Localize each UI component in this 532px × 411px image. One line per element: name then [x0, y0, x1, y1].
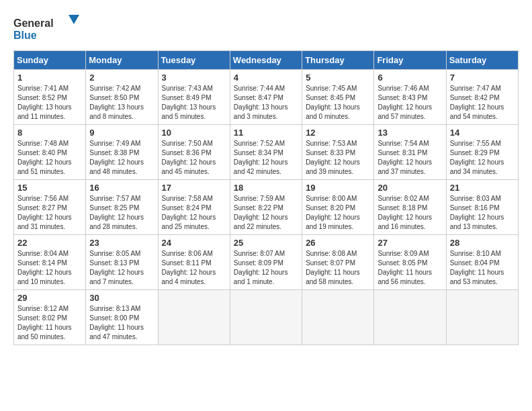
- cell-info: Sunrise: 7:57 AMSunset: 8:25 PMDaylight:…: [89, 194, 154, 232]
- day-number: 29: [17, 293, 82, 303]
- day-number: 2: [89, 73, 154, 83]
- cell-info: Sunrise: 7:41 AMSunset: 8:52 PMDaylight:…: [17, 84, 82, 122]
- col-header-wednesday: Wednesday: [230, 51, 302, 70]
- calendar-cell: 18Sunrise: 7:59 AMSunset: 8:22 PMDayligh…: [230, 180, 302, 235]
- calendar-cell: 10Sunrise: 7:50 AMSunset: 8:36 PMDayligh…: [158, 125, 230, 180]
- cell-info: Sunrise: 7:46 AMSunset: 8:43 PMDaylight:…: [378, 84, 442, 122]
- cell-info: Sunrise: 7:44 AMSunset: 8:47 PMDaylight:…: [234, 84, 298, 122]
- calendar-cell: 27Sunrise: 8:09 AMSunset: 8:05 PMDayligh…: [374, 235, 446, 290]
- calendar-cell: 21Sunrise: 8:03 AMSunset: 8:16 PMDayligh…: [446, 180, 518, 235]
- cell-info: Sunrise: 8:05 AMSunset: 8:13 PMDaylight:…: [89, 249, 154, 287]
- day-number: 19: [306, 183, 370, 193]
- cell-info: Sunrise: 8:10 AMSunset: 8:04 PMDaylight:…: [450, 249, 515, 287]
- cell-info: Sunrise: 8:08 AMSunset: 8:07 PMDaylight:…: [306, 249, 370, 287]
- week-row-3: 15Sunrise: 7:56 AMSunset: 8:27 PMDayligh…: [14, 180, 519, 235]
- cell-info: Sunrise: 8:04 AMSunset: 8:14 PMDaylight:…: [17, 249, 82, 287]
- day-number: 25: [234, 238, 298, 248]
- calendar-cell: 22Sunrise: 8:04 AMSunset: 8:14 PMDayligh…: [14, 235, 86, 290]
- header-row: SundayMondayTuesdayWednesdayThursdayFrid…: [14, 51, 519, 70]
- calendar-cell: 7Sunrise: 7:47 AMSunset: 8:42 PMDaylight…: [446, 70, 518, 125]
- calendar-cell: 9Sunrise: 7:49 AMSunset: 8:38 PMDaylight…: [86, 125, 158, 180]
- cell-info: Sunrise: 7:56 AMSunset: 8:27 PMDaylight:…: [17, 194, 82, 232]
- cell-info: Sunrise: 8:03 AMSunset: 8:16 PMDaylight:…: [450, 194, 515, 232]
- calendar-cell: 20Sunrise: 8:02 AMSunset: 8:18 PMDayligh…: [374, 180, 446, 235]
- day-number: 23: [89, 238, 154, 248]
- calendar-cell: 26Sunrise: 8:08 AMSunset: 8:07 PMDayligh…: [302, 235, 374, 290]
- calendar-cell: 11Sunrise: 7:52 AMSunset: 8:34 PMDayligh…: [230, 125, 302, 180]
- calendar-cell: 1Sunrise: 7:41 AMSunset: 8:52 PMDaylight…: [14, 70, 86, 125]
- day-number: 22: [17, 238, 82, 248]
- calendar-cell: 17Sunrise: 7:58 AMSunset: 8:24 PMDayligh…: [158, 180, 230, 235]
- cell-info: Sunrise: 8:07 AMSunset: 8:09 PMDaylight:…: [234, 249, 298, 287]
- logo: General Blue: [13, 13, 81, 44]
- calendar-table: SundayMondayTuesdayWednesdayThursdayFrid…: [13, 50, 519, 345]
- day-number: 9: [89, 128, 154, 138]
- calendar-cell: 30Sunrise: 8:13 AMSunset: 8:00 PMDayligh…: [86, 290, 158, 345]
- calendar-cell: 3Sunrise: 7:43 AMSunset: 8:49 PMDaylight…: [158, 70, 230, 125]
- calendar-cell: 14Sunrise: 7:55 AMSunset: 8:29 PMDayligh…: [446, 125, 518, 180]
- day-number: 8: [17, 128, 82, 138]
- calendar-cell: 8Sunrise: 7:48 AMSunset: 8:40 PMDaylight…: [14, 125, 86, 180]
- cell-info: Sunrise: 7:47 AMSunset: 8:42 PMDaylight:…: [450, 84, 515, 122]
- day-number: 17: [162, 183, 226, 193]
- col-header-saturday: Saturday: [446, 51, 518, 70]
- cell-info: Sunrise: 8:13 AMSunset: 8:00 PMDaylight:…: [89, 304, 154, 342]
- col-header-sunday: Sunday: [14, 51, 86, 70]
- col-header-monday: Monday: [86, 51, 158, 70]
- calendar-cell: 13Sunrise: 7:54 AMSunset: 8:31 PMDayligh…: [374, 125, 446, 180]
- calendar-cell: [302, 290, 374, 345]
- calendar-cell: 19Sunrise: 8:00 AMSunset: 8:20 PMDayligh…: [302, 180, 374, 235]
- day-number: 5: [306, 73, 370, 83]
- calendar-cell: [230, 290, 302, 345]
- calendar-cell: 28Sunrise: 8:10 AMSunset: 8:04 PMDayligh…: [446, 235, 518, 290]
- svg-text:General: General: [13, 17, 54, 29]
- cell-info: Sunrise: 7:45 AMSunset: 8:45 PMDaylight:…: [306, 84, 370, 122]
- day-number: 1: [17, 73, 82, 83]
- calendar-cell: 4Sunrise: 7:44 AMSunset: 8:47 PMDaylight…: [230, 70, 302, 125]
- calendar-cell: [446, 290, 518, 345]
- day-number: 18: [234, 183, 298, 193]
- calendar-cell: 12Sunrise: 7:53 AMSunset: 8:33 PMDayligh…: [302, 125, 374, 180]
- calendar-cell: 25Sunrise: 8:07 AMSunset: 8:09 PMDayligh…: [230, 235, 302, 290]
- day-number: 26: [306, 238, 370, 248]
- cell-info: Sunrise: 7:42 AMSunset: 8:50 PMDaylight:…: [89, 84, 154, 122]
- week-row-1: 1Sunrise: 7:41 AMSunset: 8:52 PMDaylight…: [14, 70, 519, 125]
- cell-info: Sunrise: 7:59 AMSunset: 8:22 PMDaylight:…: [234, 194, 298, 232]
- calendar-cell: 16Sunrise: 7:57 AMSunset: 8:25 PMDayligh…: [86, 180, 158, 235]
- cell-info: Sunrise: 8:09 AMSunset: 8:05 PMDaylight:…: [378, 249, 442, 287]
- calendar-cell: [374, 290, 446, 345]
- day-number: 21: [450, 183, 515, 193]
- day-number: 16: [89, 183, 154, 193]
- col-header-tuesday: Tuesday: [158, 51, 230, 70]
- calendar-cell: 23Sunrise: 8:05 AMSunset: 8:13 PMDayligh…: [86, 235, 158, 290]
- header: General Blue: [13, 13, 519, 44]
- cell-info: Sunrise: 7:54 AMSunset: 8:31 PMDaylight:…: [378, 139, 442, 177]
- cell-info: Sunrise: 7:55 AMSunset: 8:29 PMDaylight:…: [450, 139, 515, 177]
- day-number: 20: [378, 183, 442, 193]
- calendar-cell: [158, 290, 230, 345]
- day-number: 6: [378, 73, 442, 83]
- day-number: 28: [450, 238, 515, 248]
- day-number: 4: [234, 73, 298, 83]
- cell-info: Sunrise: 7:53 AMSunset: 8:33 PMDaylight:…: [306, 139, 370, 177]
- calendar-cell: 15Sunrise: 7:56 AMSunset: 8:27 PMDayligh…: [14, 180, 86, 235]
- day-number: 12: [306, 128, 370, 138]
- calendar-cell: 24Sunrise: 8:06 AMSunset: 8:11 PMDayligh…: [158, 235, 230, 290]
- calendar-cell: 5Sunrise: 7:45 AMSunset: 8:45 PMDaylight…: [302, 70, 374, 125]
- day-number: 27: [378, 238, 442, 248]
- cell-info: Sunrise: 7:49 AMSunset: 8:38 PMDaylight:…: [89, 139, 154, 177]
- week-row-2: 8Sunrise: 7:48 AMSunset: 8:40 PMDaylight…: [14, 125, 519, 180]
- cell-info: Sunrise: 7:52 AMSunset: 8:34 PMDaylight:…: [234, 139, 298, 177]
- week-row-4: 22Sunrise: 8:04 AMSunset: 8:14 PMDayligh…: [14, 235, 519, 290]
- page-container: General Blue SundayMondayTuesdayWednesda…: [13, 13, 519, 345]
- day-number: 15: [17, 183, 82, 193]
- cell-info: Sunrise: 8:00 AMSunset: 8:20 PMDaylight:…: [306, 194, 370, 232]
- day-number: 30: [89, 293, 154, 303]
- col-header-thursday: Thursday: [302, 51, 374, 70]
- day-number: 3: [162, 73, 226, 83]
- cell-info: Sunrise: 7:43 AMSunset: 8:49 PMDaylight:…: [162, 84, 226, 122]
- day-number: 7: [450, 73, 515, 83]
- cell-info: Sunrise: 8:02 AMSunset: 8:18 PMDaylight:…: [378, 194, 442, 232]
- day-number: 24: [162, 238, 226, 248]
- day-number: 13: [378, 128, 442, 138]
